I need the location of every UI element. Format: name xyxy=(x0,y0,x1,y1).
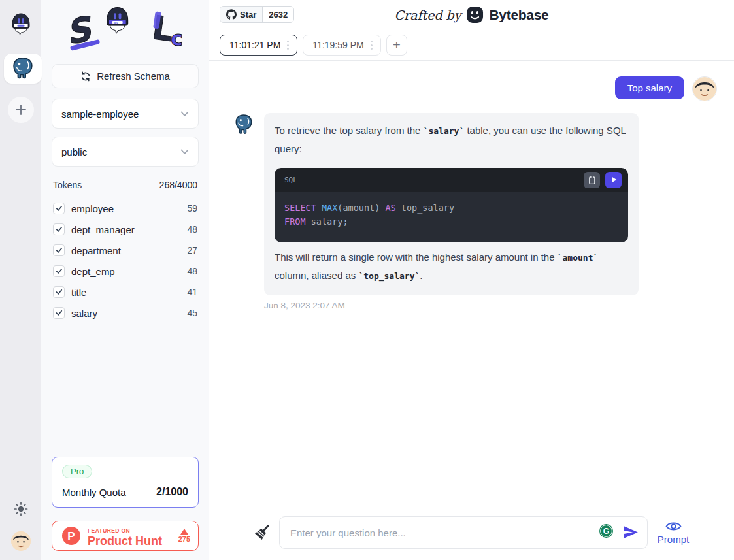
logo-banner-text: SQL xyxy=(113,21,118,24)
prompt-label: Prompt xyxy=(658,534,689,545)
table-checkbox[interactable] xyxy=(53,265,65,277)
question-input[interactable] xyxy=(279,516,648,549)
check-icon xyxy=(56,226,63,233)
refresh-schema-button[interactable]: Refresh Schema xyxy=(52,64,199,88)
tab-conversation-2[interactable]: 11:19:59 PM xyxy=(303,35,380,56)
table-token-count: 41 xyxy=(187,287,197,297)
database-select[interactable]: sample-employee xyxy=(52,99,199,129)
assistant-paragraph-2: This will return a single row with the h… xyxy=(275,248,628,285)
featured-on-label: FEATURED ON xyxy=(88,527,130,534)
github-icon xyxy=(226,9,237,20)
user-avatar xyxy=(692,76,717,101)
bytebase-name: Bytebase xyxy=(489,7,548,23)
svg-text:G: G xyxy=(603,527,609,536)
table-checkbox[interactable] xyxy=(53,307,65,319)
upvote-count: 275 xyxy=(178,535,190,543)
tokens-label: Tokens xyxy=(53,180,82,190)
user-account-avatar[interactable] xyxy=(11,531,31,551)
copy-code-button[interactable] xyxy=(584,172,600,188)
broom-icon xyxy=(254,523,272,540)
schema-select[interactable]: public xyxy=(52,137,199,167)
database-select-value: sample-employee xyxy=(61,108,139,120)
product-hunt-logo-icon: P xyxy=(61,526,81,546)
inline-code: `salary` xyxy=(424,126,465,136)
grammarly-icon[interactable]: G xyxy=(599,523,614,541)
upvote-triangle-icon xyxy=(180,529,188,535)
user-message-row: Top salary xyxy=(233,76,717,101)
star-label: Star xyxy=(240,10,256,20)
check-icon xyxy=(56,247,63,254)
svg-text:P: P xyxy=(67,530,75,542)
product-hunt-name: Product Hunt xyxy=(88,535,162,548)
clear-conversation-button[interactable] xyxy=(254,523,272,543)
assistant-message-bubble: To retrieve the top salary from the `sal… xyxy=(264,113,639,295)
postgres-connection-active[interactable] xyxy=(4,54,42,84)
refresh-icon xyxy=(80,71,91,82)
tab-menu-icon[interactable] xyxy=(286,39,290,51)
table-token-count: 45 xyxy=(187,308,197,318)
postgresql-icon xyxy=(10,56,36,82)
chevron-down-icon xyxy=(180,149,189,155)
table-checkbox[interactable] xyxy=(53,286,65,298)
pro-badge: Pro xyxy=(62,465,92,478)
table-token-count: 59 xyxy=(187,203,197,214)
tokens-value: 268/4000 xyxy=(159,180,197,190)
quota-label: Monthly Quota xyxy=(62,487,126,498)
chevron-down-icon xyxy=(180,111,189,117)
bytebase-logo-icon xyxy=(466,6,484,24)
workspace-rail xyxy=(0,0,41,560)
eye-icon xyxy=(665,520,682,533)
add-connection-button[interactable] xyxy=(8,97,34,123)
robot-icon xyxy=(10,11,32,37)
table-name: title xyxy=(71,287,187,298)
tab-menu-icon[interactable] xyxy=(369,39,374,51)
table-checkbox[interactable] xyxy=(53,223,65,235)
product-hunt-badge[interactable]: P FEATURED ON Product Hunt 275 xyxy=(52,521,199,551)
quota-card: Pro Monthly Quota 2/1000 xyxy=(52,457,199,508)
code-line: SELECT MAX(amount) AS top_salary xyxy=(284,201,618,215)
postgresql-icon xyxy=(233,112,255,140)
tokens-header: Tokens 268/4000 xyxy=(52,180,199,190)
check-icon xyxy=(56,289,63,295)
code-language-label: SQL xyxy=(284,176,297,184)
code-line: FROM salary; xyxy=(284,215,618,229)
sqlchat-logo: S SQL L c xyxy=(52,0,199,52)
sidebar: S SQL L c xyxy=(41,0,209,560)
table-checkbox[interactable] xyxy=(53,244,65,256)
github-star-button[interactable]: Star 2632 xyxy=(220,6,294,23)
refresh-schema-label: Refresh Schema xyxy=(97,71,170,82)
main-panel: Star 2632 Crafted by Bytebase xyxy=(209,0,734,560)
sun-icon xyxy=(13,501,29,517)
tab-conversation-1[interactable]: 11:01:21 PM xyxy=(220,35,297,56)
new-conversation-button[interactable]: + xyxy=(386,35,407,56)
check-icon xyxy=(56,268,63,274)
message-timestamp: Jun 8, 2023 2:07 AM xyxy=(264,301,717,310)
sqlchat-bot-connection[interactable] xyxy=(8,9,34,39)
inline-code: `amount` xyxy=(558,253,599,263)
sql-code-block: SQL xyxy=(275,168,628,243)
crafted-by-label: Crafted by xyxy=(395,8,461,22)
run-query-button[interactable] xyxy=(605,172,622,188)
chat-spacer xyxy=(233,310,717,516)
user-face-icon xyxy=(11,531,31,551)
assistant-paragraph-1: To retrieve the top salary from the `sal… xyxy=(275,122,628,158)
send-button[interactable] xyxy=(623,525,639,541)
table-name: department xyxy=(71,245,187,256)
table-name: employee xyxy=(71,203,187,214)
table-name: dept_emp xyxy=(71,266,187,277)
table-name: dept_manager xyxy=(71,224,187,235)
crafted-by-brand[interactable]: Crafted by Bytebase xyxy=(395,6,549,24)
table-token-count: 27 xyxy=(187,245,197,255)
quota-value: 2/1000 xyxy=(156,486,188,498)
table-row: dept_emp 48 xyxy=(52,261,199,282)
theme-toggle-button[interactable] xyxy=(13,501,29,519)
schema-select-value: public xyxy=(61,146,87,157)
table-checkbox[interactable] xyxy=(53,203,65,214)
chat-area: Top salary xyxy=(209,61,734,560)
app-root: S SQL L c xyxy=(0,0,734,560)
check-icon xyxy=(56,310,63,316)
assistant-avatar xyxy=(233,112,255,140)
play-icon xyxy=(609,175,618,184)
tab-label: 11:19:59 PM xyxy=(312,40,363,50)
prompt-button[interactable]: Prompt xyxy=(655,520,692,545)
